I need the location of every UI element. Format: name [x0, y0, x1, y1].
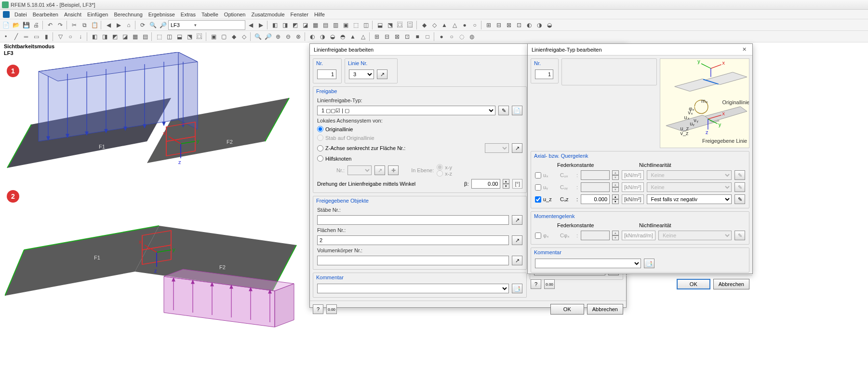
- tb2-t36-icon[interactable]: ⊞: [372, 32, 382, 41]
- dlg1-linienr-select[interactable]: 3: [349, 69, 374, 79]
- tb-next-lc-icon[interactable]: ▶: [256, 20, 266, 30]
- dlg2-uy-edit-icon[interactable]: ✎: [734, 182, 745, 192]
- comment-lib-icon[interactable]: 📑: [512, 284, 522, 293]
- tb2-hinge-icon[interactable]: ○: [66, 32, 75, 41]
- spin-up-icon[interactable]: ▴: [612, 231, 619, 235]
- tb-tool-3-icon[interactable]: ◩: [290, 20, 300, 30]
- tb-tool-11-icon[interactable]: ⬓: [375, 20, 385, 30]
- tb2-t39-icon[interactable]: ⊡: [402, 32, 412, 41]
- menu-extras[interactable]: Extras: [178, 11, 199, 18]
- tb2-t15-icon[interactable]: ▤: [140, 32, 150, 41]
- spin-up-icon[interactable]: ▴: [612, 170, 619, 175]
- tb2-t44-icon[interactable]: ◌: [457, 32, 467, 41]
- tb-tool-10-icon[interactable]: ◫: [361, 20, 371, 30]
- tb2-t26-icon[interactable]: 🔎: [263, 32, 273, 41]
- dlg1-axis-opt-2[interactable]: [317, 145, 323, 151]
- spin-down-icon[interactable]: ▾: [612, 235, 619, 240]
- dlg2-ok-button[interactable]: OK: [677, 279, 710, 289]
- dlg2-uz-edit-icon[interactable]: ✎: [734, 194, 745, 204]
- tb2-support-icon[interactable]: ▽: [55, 32, 65, 41]
- menu-zusatzmodule[interactable]: Zusatzmodule: [249, 11, 288, 18]
- pick-members-icon[interactable]: ↗: [512, 215, 522, 225]
- tb2-solid-icon[interactable]: ▮: [41, 32, 51, 41]
- tb-refresh-icon[interactable]: ⟳: [138, 20, 147, 30]
- mdi-icon[interactable]: [3, 11, 10, 18]
- tb-tool-8-icon[interactable]: ▣: [341, 20, 350, 30]
- tb2-line-icon[interactable]: ╱: [11, 32, 21, 41]
- tb-tool-14-icon[interactable]: ⿵: [405, 20, 415, 30]
- tb-fwd-icon[interactable]: ▶: [114, 20, 123, 30]
- spin-down-icon[interactable]: ▾: [612, 187, 619, 192]
- tb-tool-5-icon[interactable]: ▦: [310, 20, 320, 30]
- tb-tool-12-icon[interactable]: ⬔: [385, 20, 395, 30]
- tb2-t34-icon[interactable]: ▲: [348, 32, 358, 41]
- tb-tool-22-icon[interactable]: ⊟: [494, 20, 504, 30]
- pick-surface-icon[interactable]: ↗: [512, 143, 522, 153]
- menu-datei[interactable]: Datei: [12, 11, 30, 18]
- tb-loadcase-combo[interactable]: LF3: [168, 20, 245, 30]
- tb-tool-6-icon[interactable]: ▤: [320, 20, 330, 30]
- tb2-surface-icon[interactable]: ▭: [31, 32, 41, 41]
- tb-tool-16-icon[interactable]: ◇: [429, 20, 439, 30]
- tb-tool-24-icon[interactable]: ⊡: [514, 20, 524, 30]
- tb2-t12-icon[interactable]: ◩: [110, 32, 120, 41]
- dlg1-ok-button[interactable]: OK: [550, 304, 584, 315]
- tb2-t11-icon[interactable]: ◨: [100, 32, 109, 41]
- tb2-t42-icon[interactable]: ●: [437, 32, 446, 41]
- tb2-t31-icon[interactable]: ◑: [318, 32, 327, 41]
- dlg2-phix-edit-icon[interactable]: ✎: [734, 231, 745, 240]
- menu-optionen[interactable]: Optionen: [221, 11, 249, 18]
- tb-tool-19-icon[interactable]: ●: [460, 20, 469, 30]
- tb2-node-icon[interactable]: •: [1, 32, 11, 41]
- pick-node-icon[interactable]: ↗: [374, 165, 385, 175]
- tb-back-icon[interactable]: ◀: [104, 20, 113, 30]
- tb-tool-18-icon[interactable]: △: [450, 20, 459, 30]
- tb-open-icon[interactable]: 📂: [11, 20, 21, 30]
- tb2-t29-icon[interactable]: ⊗: [294, 32, 303, 41]
- tb-tool-2-icon[interactable]: ◨: [280, 20, 290, 30]
- tb-zoom-icon[interactable]: 🔎: [158, 20, 168, 30]
- dlg2-kommentar-select[interactable]: [535, 259, 641, 268]
- dlg2-uz-nl-select[interactable]: Fest falls vz negativ: [647, 194, 732, 204]
- dlg2-uz-check[interactable]: [535, 196, 541, 203]
- dlg1-axis-opt-0[interactable]: [317, 126, 323, 132]
- menu-einfuegen[interactable]: Einfügen: [84, 11, 111, 18]
- tb2-t22-icon[interactable]: ▢: [219, 32, 228, 41]
- tb-tool-17-icon[interactable]: ▲: [440, 20, 449, 30]
- dlg2-ux-edit-icon[interactable]: ✎: [734, 170, 745, 180]
- tb2-t17-icon[interactable]: ◫: [164, 32, 174, 41]
- dlg2-ux-check[interactable]: [535, 172, 541, 178]
- tb2-t23-icon[interactable]: ◆: [229, 32, 239, 41]
- units-icon[interactable]: 0.00: [326, 304, 337, 314]
- dlg2-nr-input[interactable]: [535, 69, 553, 79]
- help-icon[interactable]: ?: [313, 304, 323, 314]
- dlg1-axis-opt-3[interactable]: [317, 155, 323, 162]
- tb-tool-26-icon[interactable]: ◑: [534, 20, 544, 30]
- tb-paste-icon[interactable]: 📋: [90, 20, 99, 30]
- tb-save-icon[interactable]: 💾: [21, 20, 31, 30]
- tb2-t18-icon[interactable]: ⬓: [174, 32, 184, 41]
- tb2-t33-icon[interactable]: ◓: [338, 32, 347, 41]
- dlg1-flaechen-input[interactable]: [317, 235, 509, 245]
- tb-new-icon[interactable]: 📄: [1, 20, 11, 30]
- dlg1-type-select[interactable]: 1 ▢▢☑ | ▢: [317, 106, 495, 115]
- tb2-t43-icon[interactable]: ○: [447, 32, 456, 41]
- tb2-t20-icon[interactable]: ⿴: [195, 32, 204, 41]
- tb-tool-15-icon[interactable]: ◆: [419, 20, 429, 30]
- dlg2-help-icon[interactable]: ?: [531, 279, 541, 289]
- dlg1-beta-input[interactable]: [471, 179, 500, 189]
- tb-tool-9-icon[interactable]: ⬚: [351, 20, 361, 30]
- pick-surfaces-icon[interactable]: ↗: [512, 235, 522, 245]
- tb-tool-13-icon[interactable]: ⿴: [395, 20, 405, 30]
- tb2-t41-icon[interactable]: □: [423, 32, 432, 41]
- tb2-t24-icon[interactable]: ◇: [239, 32, 249, 41]
- tb-tool-4-icon[interactable]: ◪: [300, 20, 310, 30]
- tb-home-icon[interactable]: ⌂: [124, 20, 134, 30]
- spin-up-icon[interactable]: ▴: [503, 179, 509, 184]
- dlg1-staebe-input[interactable]: [317, 215, 509, 225]
- tb2-t32-icon[interactable]: ◒: [328, 32, 337, 41]
- dlg2-cancel-button[interactable]: Abbrechen: [713, 279, 749, 289]
- menu-bearbeiten[interactable]: Bearbeiten: [30, 11, 61, 18]
- dlg2-comment-lib-icon[interactable]: 📑: [644, 259, 654, 268]
- tb2-t25-icon[interactable]: 🔍: [253, 32, 263, 41]
